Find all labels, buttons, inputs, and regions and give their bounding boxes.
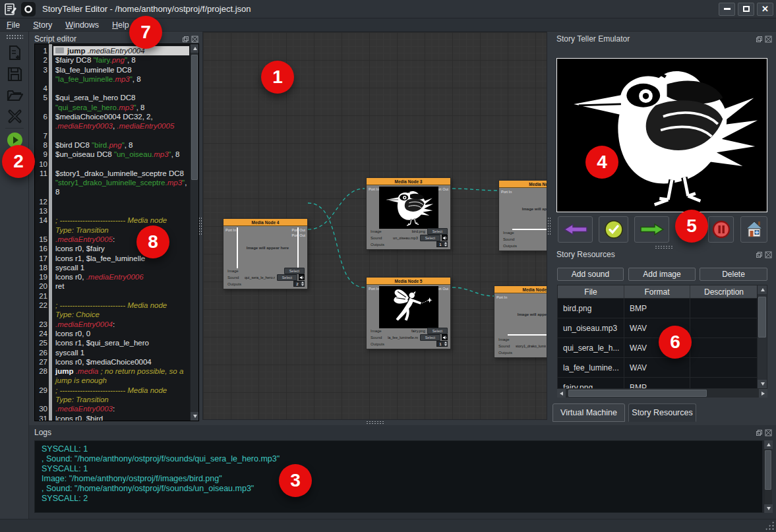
media-node[interactable]: Media Node 5Port InPort OutImagefairy.pn… bbox=[366, 277, 451, 349]
scrollbar-thumb[interactable] bbox=[758, 297, 766, 338]
delete-resource-button[interactable]: Delete bbox=[700, 268, 767, 281]
menu-item-file[interactable]: File bbox=[0, 18, 26, 32]
select-image-button[interactable]: Select bbox=[427, 228, 448, 235]
select-sound-button[interactable]: Select bbox=[420, 334, 440, 341]
float-panel-icon[interactable] bbox=[756, 251, 763, 258]
code-line: 6$mediaChoice0004 DC32, 2, bbox=[35, 112, 189, 121]
line-number: 28 bbox=[35, 367, 47, 376]
new-script-icon[interactable] bbox=[7, 45, 23, 61]
speaker-icon[interactable] bbox=[442, 334, 448, 340]
node-title: Media Node 3 bbox=[367, 178, 450, 185]
connection-wire bbox=[452, 287, 494, 296]
close-panel-icon[interactable] bbox=[765, 36, 772, 43]
table-row[interactable]: bird.pngBMP bbox=[558, 299, 767, 318]
pause-button[interactable] bbox=[708, 216, 734, 243]
port-in[interactable]: Port In bbox=[369, 287, 379, 291]
line-number bbox=[35, 310, 47, 319]
line-number: 3 bbox=[35, 65, 47, 74]
back-arrow-icon bbox=[563, 222, 588, 237]
outputs-spinner[interactable]: 1 bbox=[436, 341, 448, 347]
column-header-description[interactable]: Description bbox=[690, 285, 758, 298]
float-panel-icon[interactable] bbox=[756, 36, 763, 43]
resize-grip[interactable] bbox=[765, 521, 774, 530]
code-editor[interactable]: 1jump .mediaEntry00042$fairy DC8 "fairy.… bbox=[34, 44, 199, 421]
close-panel-icon[interactable] bbox=[765, 251, 772, 258]
table-horizontal-scrollbar[interactable] bbox=[557, 389, 767, 398]
node-outputs-row: Outputs1 bbox=[498, 349, 547, 355]
image-label: Image bbox=[498, 338, 516, 341]
menu-item-story[interactable]: Story bbox=[26, 18, 59, 32]
scroll-down-button[interactable] bbox=[758, 380, 767, 388]
code-line: 7 bbox=[35, 131, 189, 140]
column-header-file[interactable]: File bbox=[558, 285, 624, 298]
home-button[interactable] bbox=[740, 216, 767, 243]
canvas-logs-splitter[interactable] bbox=[202, 420, 547, 425]
line-number bbox=[35, 74, 47, 84]
scrollbar-thumb[interactable] bbox=[765, 450, 771, 490]
line-number: 26 bbox=[35, 348, 47, 357]
media-node[interactable]: Media Node 3Port InPort OutImagebird.png… bbox=[366, 177, 451, 250]
select-sound-button[interactable]: Select bbox=[277, 274, 297, 281]
column-header-format[interactable]: Format bbox=[624, 285, 690, 298]
media-node[interactable]: Media Node 6Port InPort OutImage will ap… bbox=[494, 285, 547, 358]
open-folder-icon[interactable] bbox=[7, 87, 23, 103]
code-line: 28jump .media ; no return possible, so a bbox=[35, 367, 189, 376]
tab-virtual-machine[interactable]: Virtual Machine bbox=[552, 403, 625, 422]
logs-vertical-scrollbar[interactable] bbox=[763, 440, 772, 513]
port-in[interactable]: Port In bbox=[369, 187, 379, 191]
line-number: 17 bbox=[35, 254, 47, 263]
port-in[interactable]: Port In bbox=[501, 190, 512, 194]
table-cell bbox=[690, 299, 758, 318]
scroll-left-button[interactable] bbox=[557, 389, 566, 398]
line-number bbox=[35, 187, 47, 196]
float-panel-icon[interactable] bbox=[182, 36, 189, 43]
next-button[interactable] bbox=[634, 216, 669, 243]
connection-wire bbox=[452, 189, 498, 191]
float-panel-icon[interactable] bbox=[756, 429, 763, 436]
connection-wire bbox=[308, 203, 365, 287]
save-icon[interactable] bbox=[7, 66, 23, 82]
node-graph-canvas[interactable]: Media Node 4Port InPort OutPort OutImage… bbox=[202, 32, 547, 420]
script-canvas-splitter[interactable] bbox=[198, 32, 202, 420]
node-title: Media Node 5 bbox=[367, 278, 450, 285]
home-icon bbox=[745, 220, 763, 239]
scroll-up-button[interactable] bbox=[758, 285, 767, 294]
annotation-circle-6: 6 bbox=[659, 326, 692, 359]
media-node[interactable]: Media NodePort InPort OutImage will appe… bbox=[498, 180, 547, 251]
select-image-button[interactable]: Select bbox=[427, 328, 448, 334]
tab-story-resources[interactable]: Story Resources bbox=[628, 403, 696, 422]
ok-button[interactable] bbox=[599, 216, 628, 243]
table-row[interactable]: la_fee_lumine...WAV bbox=[558, 358, 767, 378]
close-button[interactable]: ✕ bbox=[757, 3, 773, 16]
window-titlebar[interactable]: StoryTeller Editor - /home/anthony/ostpr… bbox=[0, 0, 776, 18]
port-in[interactable]: Port In bbox=[496, 295, 507, 299]
scroll-right-button[interactable] bbox=[759, 389, 767, 398]
toolbar-grip[interactable] bbox=[6, 34, 23, 39]
speaker-icon[interactable] bbox=[299, 274, 305, 280]
minimize-button[interactable] bbox=[719, 3, 735, 16]
select-image-button[interactable]: Select bbox=[284, 268, 305, 274]
scrollbar-thumb[interactable] bbox=[568, 390, 707, 397]
scroll-down-button[interactable] bbox=[764, 504, 773, 513]
delete-icon[interactable] bbox=[7, 108, 23, 125]
menu-item-windows[interactable]: Windows bbox=[59, 18, 105, 32]
maximize-button[interactable] bbox=[738, 3, 754, 16]
close-panel-icon[interactable] bbox=[765, 429, 772, 436]
node-sound-row: Soundstory1_drako_luminelle_sceptre.mp3S… bbox=[498, 343, 547, 349]
add-image-button[interactable]: Add image bbox=[628, 268, 696, 281]
select-sound-button[interactable]: Select bbox=[420, 235, 440, 241]
speaker-icon[interactable] bbox=[442, 235, 448, 241]
scrollbar-thumb[interactable] bbox=[191, 55, 198, 180]
outputs-spinner[interactable]: 2 bbox=[293, 281, 305, 287]
table-vertical-scrollbar[interactable] bbox=[757, 285, 767, 388]
port-in[interactable]: Port In bbox=[225, 228, 236, 232]
node-image bbox=[379, 286, 438, 328]
outputs-spinner[interactable]: 1 bbox=[436, 241, 448, 247]
scroll-up-button[interactable] bbox=[764, 440, 773, 449]
logs-output[interactable]: SYSCALL: 1, Sound: "/home/anthony/ostpro… bbox=[34, 440, 763, 513]
table-row[interactable]: fairy.pngBMP bbox=[558, 378, 767, 389]
line-number: 16 bbox=[35, 244, 47, 253]
add-sound-button[interactable]: Add sound bbox=[557, 268, 624, 281]
back-button[interactable] bbox=[558, 216, 593, 243]
media-node[interactable]: Media Node 4Port InPort OutPort OutImage… bbox=[223, 218, 308, 289]
